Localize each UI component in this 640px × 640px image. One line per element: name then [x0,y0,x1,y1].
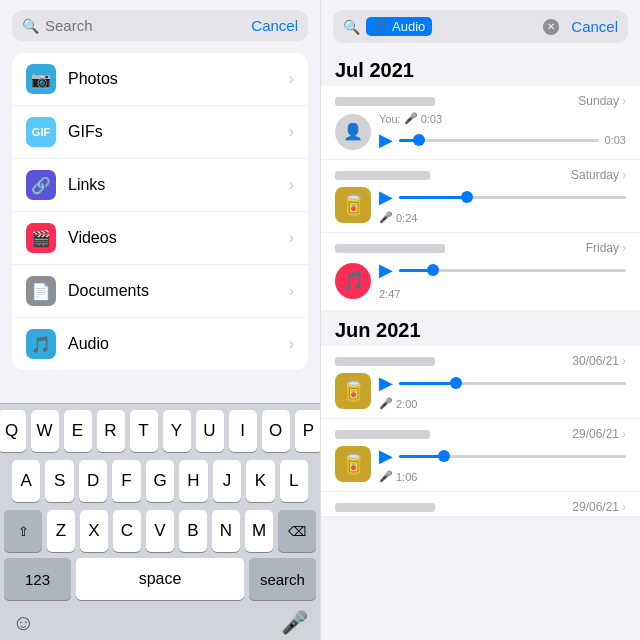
key-shift[interactable]: ⇧ [4,510,42,552]
emoji-mic-row: ☺ 🎤 [0,606,320,640]
audio-bar-fill-2 [399,196,467,199]
menu-item-videos[interactable]: 🎬 Videos › [12,212,308,265]
audio-message-2[interactable]: Saturday › 🥫 ▶ 🎤 0:24 [321,160,640,233]
key-a[interactable]: A [12,460,40,502]
menu-list: 📷 Photos › GIF GIFs › 🔗 Links › 🎬 Videos… [12,53,308,370]
play-button-3[interactable]: ▶ [379,259,393,281]
audio-bar-5 [399,455,626,458]
audio-message-4[interactable]: 30/06/21 › 🥫 ▶ 🎤 2:00 [321,346,640,419]
key-e[interactable]: E [64,410,92,452]
date-29jun-1: 29/06/21 › [572,427,626,441]
audio-icon: 🎵 [26,329,56,359]
audio-message-1[interactable]: Sunday › 👤 You: 🎤 0:03 ▶ [321,86,640,160]
date-29jun-2: 29/06/21 › [572,500,626,514]
clear-button[interactable]: ✕ [543,19,559,35]
duration-label-1: 0:03 [421,113,442,125]
menu-item-audio[interactable]: 🎵 Audio › [12,318,308,370]
keyboard: Q W E R T Y U I O P A S D F G H J K L ⇧ … [0,403,320,640]
chevron-icon-videos: › [289,229,294,247]
search-bar-left: 🔍 Cancel [12,10,308,41]
key-u[interactable]: U [196,410,224,452]
key-i[interactable]: I [229,410,257,452]
music-icon: 🎵 [342,270,364,292]
key-p[interactable]: P [295,410,323,452]
mic-icon-5: 🎤 [379,470,393,483]
audio-bar-dot-4 [450,377,462,389]
music-note-icon: 🎵 [373,20,388,34]
key-j[interactable]: J [213,460,241,502]
menu-item-gifs[interactable]: GIF GIFs › [12,106,308,159]
key-x[interactable]: X [80,510,108,552]
audio-bar-dot-2 [461,191,473,203]
avatar-can-2: 🥫 [335,187,371,223]
key-k[interactable]: K [246,460,274,502]
key-backspace[interactable]: ⌫ [278,510,316,552]
menu-label-documents: Documents [68,282,289,300]
menu-item-links[interactable]: 🔗 Links › [12,159,308,212]
search-icon: 🔍 [22,18,39,34]
audio-player-4: ▶ 🎤 2:00 [379,372,626,410]
menu-label-videos: Videos [68,229,289,247]
key-q[interactable]: Q [0,410,26,452]
sender-name-3 [335,244,445,253]
key-r[interactable]: R [97,410,125,452]
key-search[interactable]: search [249,558,316,600]
right-panel: 🔍 🎵 Audio ✕ Cancel Jul 2021 Sunday › 👤 Y… [320,0,640,640]
mic-icon-4: 🎤 [379,397,393,410]
key-t[interactable]: T [130,410,158,452]
search-input[interactable] [45,17,239,34]
sender-name-1 [335,97,435,106]
audio-duration-1: 0:03 [605,134,626,146]
key-h[interactable]: H [179,460,207,502]
key-space[interactable]: space [76,558,244,600]
audio-message-3[interactable]: Friday › 🎵 ▶ 2:47 [321,233,640,311]
audio-bar-fill-4 [399,382,456,385]
key-d[interactable]: D [79,460,107,502]
keyboard-row-3: ⇧ Z X C V B N M ⌫ [0,504,320,554]
audio-duration-2: 0:24 [396,212,417,224]
audio-bar-fill-1 [399,139,419,142]
mic-button[interactable]: 🎤 [281,610,308,636]
sender-name-2 [335,171,430,180]
key-w[interactable]: W [31,410,59,452]
emoji-button[interactable]: ☺ [12,610,34,636]
cancel-button-right[interactable]: Cancel [571,18,618,35]
links-icon: 🔗 [26,170,56,200]
key-v[interactable]: V [146,510,174,552]
key-l[interactable]: L [280,460,308,502]
tag-label: Audio [392,19,425,34]
key-b[interactable]: B [179,510,207,552]
audio-message-6[interactable]: 29/06/21 › [321,492,640,517]
key-g[interactable]: G [146,460,174,502]
keyboard-row-2: A S D F G H J K L [0,454,320,504]
audio-player-2: ▶ 🎤 0:24 [379,186,626,224]
sender-name-5 [335,430,430,439]
menu-item-documents[interactable]: 📄 Documents › [12,265,308,318]
date-sunday: Sunday › [578,94,626,108]
key-z[interactable]: Z [47,510,75,552]
date-saturday: Saturday › [571,168,626,182]
key-n[interactable]: N [212,510,240,552]
date-30jun: 30/06/21 › [572,354,626,368]
key-o[interactable]: O [262,410,290,452]
play-button-2[interactable]: ▶ [379,186,393,208]
audio-bar-fill-3 [399,269,433,272]
key-m[interactable]: M [245,510,273,552]
chevron-icon-links: › [289,176,294,194]
key-123[interactable]: 123 [4,558,71,600]
chevron-icon-gifs: › [289,123,294,141]
chevron-icon-documents: › [289,282,294,300]
audio-bar-1 [399,139,599,142]
play-button-5[interactable]: ▶ [379,445,393,467]
play-button-1[interactable]: ▶ [379,129,393,151]
cancel-button-left[interactable]: Cancel [251,17,298,34]
key-s[interactable]: S [45,460,73,502]
menu-label-links: Links [68,176,289,194]
key-y[interactable]: Y [163,410,191,452]
key-c[interactable]: C [113,510,141,552]
audio-message-5[interactable]: 29/06/21 › 🥫 ▶ 🎤 1:06 [321,419,640,492]
key-f[interactable]: F [112,460,140,502]
play-button-4[interactable]: ▶ [379,372,393,394]
menu-item-photos[interactable]: 📷 Photos › [12,53,308,106]
audio-bar-4 [399,382,626,385]
